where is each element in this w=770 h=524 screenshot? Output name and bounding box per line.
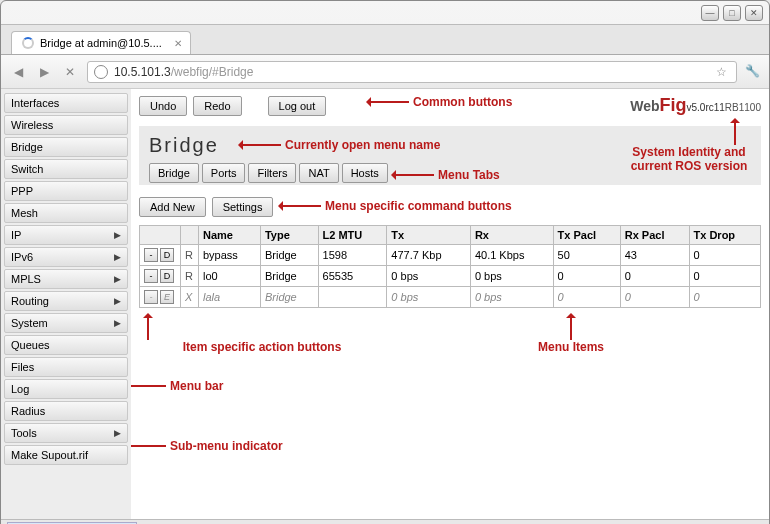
sidebar-item-interfaces[interactable]: Interfaces <box>4 93 128 113</box>
undo-button[interactable]: Undo <box>139 96 187 116</box>
sidebar-item-ipv6[interactable]: IPv6▶ <box>4 247 128 267</box>
sidebar-item-system[interactable]: System▶ <box>4 313 128 333</box>
col-header[interactable] <box>181 226 199 245</box>
ann-item-buttons: Item specific action buttons <box>142 314 382 354</box>
redo-button[interactable]: Redo <box>193 96 241 116</box>
row-flag: X <box>181 287 199 308</box>
row-flag: R <box>181 266 199 287</box>
back-icon[interactable]: ◀ <box>9 63 27 81</box>
page-title: Bridge <box>149 134 753 157</box>
sidebar-item-routing[interactable]: Routing▶ <box>4 291 128 311</box>
table-row[interactable]: -EXlalaBridge0 bps0 bps000 <box>140 287 761 308</box>
cell-txp: 50 <box>553 245 620 266</box>
ann-submenu: Sub-menu indicator <box>131 439 283 453</box>
sidebar-item-tools[interactable]: Tools▶ <box>4 423 128 443</box>
sidebar-item-label: Routing <box>11 295 49 307</box>
col-header[interactable]: Tx <box>387 226 471 245</box>
sidebar-item-label: Log <box>11 383 29 395</box>
chevron-right-icon: ▶ <box>114 428 121 438</box>
logo-version: v5.0rc11 <box>687 102 725 113</box>
cell-rx: 0 bps <box>470 287 553 308</box>
cell-name: bypass <box>199 245 261 266</box>
url-input[interactable]: 10.5.101.3/webfig/#Bridge ☆ <box>87 61 737 83</box>
row-flag: R <box>181 245 199 266</box>
row-action-button[interactable]: D <box>160 248 174 262</box>
sidebar-item-ip[interactable]: IP▶ <box>4 225 128 245</box>
sidebar-item-mpls[interactable]: MPLS▶ <box>4 269 128 289</box>
window-minimize-button[interactable]: — <box>701 5 719 21</box>
window-close-button[interactable]: ✕ <box>745 5 763 21</box>
cell-type: Bridge <box>260 287 318 308</box>
forward-icon[interactable]: ▶ <box>35 63 53 81</box>
sidebar-item-files[interactable]: Files <box>4 357 128 377</box>
tab-filters[interactable]: Filters <box>248 163 296 183</box>
sidebar-item-label: Queues <box>11 339 50 351</box>
sidebar-item-label: PPP <box>11 185 33 197</box>
sidebar-item-label: Make Supout.rif <box>11 449 88 461</box>
sidebar-item-radius[interactable]: Radius <box>4 401 128 421</box>
cell-rx: 0 bps <box>470 266 553 287</box>
ann-menu-items: Menu Items <box>501 314 641 354</box>
sidebar-item-label: Files <box>11 361 34 373</box>
row-action-button[interactable]: - <box>144 290 158 304</box>
col-header[interactable]: L2 MTU <box>318 226 387 245</box>
sidebar-item-mesh[interactable]: Mesh <box>4 203 128 223</box>
cell-l2mtu: 1598 <box>318 245 387 266</box>
tab-nat[interactable]: NAT <box>299 163 338 183</box>
sidebar-item-label: Interfaces <box>11 97 59 109</box>
settings-button[interactable]: Settings <box>212 197 274 217</box>
sidebar-item-label: IPv6 <box>11 251 33 263</box>
sidebar-item-make-supout.rif[interactable]: Make Supout.rif <box>4 445 128 465</box>
sidebar-item-label: MPLS <box>11 273 41 285</box>
chevron-right-icon: ▶ <box>114 296 121 306</box>
logo-board: RB1100 <box>725 102 761 113</box>
col-header[interactable]: Type <box>260 226 318 245</box>
sidebar-item-label: Bridge <box>11 141 43 153</box>
col-header[interactable]: Rx Pacl <box>620 226 689 245</box>
sidebar-item-label: System <box>11 317 48 329</box>
tab-close-icon[interactable]: ✕ <box>174 38 182 49</box>
browser-tab[interactable]: Bridge at admin@10.5.... ✕ <box>11 31 191 54</box>
menu-tabs: BridgePortsFiltersNATHosts <box>149 163 753 183</box>
logo-fig: Fig <box>660 95 687 115</box>
row-action-button[interactable]: D <box>160 269 174 283</box>
url-host: 10.5.101.3 <box>114 65 171 79</box>
cell-l2mtu: 65535 <box>318 266 387 287</box>
bookmark-star-icon[interactable]: ☆ <box>716 65 730 79</box>
sidebar-item-switch[interactable]: Switch <box>4 159 128 179</box>
chevron-right-icon: ▶ <box>114 274 121 284</box>
chevron-right-icon: ▶ <box>114 252 121 262</box>
col-header[interactable]: Name <box>199 226 261 245</box>
sidebar-item-label: IP <box>11 229 21 241</box>
logo-web: Web <box>630 98 659 114</box>
sidebar-item-wireless[interactable]: Wireless <box>4 115 128 135</box>
cell-rx: 40.1 Kbps <box>470 245 553 266</box>
sidebar-item-ppp[interactable]: PPP <box>4 181 128 201</box>
row-action-button[interactable]: - <box>144 248 158 262</box>
sidebar-item-bridge[interactable]: Bridge <box>4 137 128 157</box>
stop-icon[interactable]: ✕ <box>61 63 79 81</box>
tab-ports[interactable]: Ports <box>202 163 246 183</box>
cell-txd: 0 <box>689 266 760 287</box>
row-action-button[interactable]: - <box>144 269 158 283</box>
tab-bridge[interactable]: Bridge <box>149 163 199 183</box>
cell-tx: 477.7 Kbp <box>387 245 471 266</box>
logout-button[interactable]: Log out <box>268 96 327 116</box>
col-header[interactable]: Tx Pacl <box>553 226 620 245</box>
col-header[interactable]: Tx Drop <box>689 226 760 245</box>
settings-wrench-icon[interactable]: 🔧 <box>745 64 761 80</box>
row-action-button[interactable]: E <box>160 290 174 304</box>
window-maximize-button[interactable]: □ <box>723 5 741 21</box>
tab-hosts[interactable]: Hosts <box>342 163 388 183</box>
sidebar-item-queues[interactable]: Queues <box>4 335 128 355</box>
cell-txd: 0 <box>689 287 760 308</box>
cell-name: lala <box>199 287 261 308</box>
table-row[interactable]: -DRbypassBridge1598477.7 Kbp40.1 Kbps504… <box>140 245 761 266</box>
sidebar-item-log[interactable]: Log <box>4 379 128 399</box>
table-row[interactable]: -DRlo0Bridge655350 bps0 bps000 <box>140 266 761 287</box>
col-header[interactable]: Rx <box>470 226 553 245</box>
sidebar-item-label: Mesh <box>11 207 38 219</box>
col-header[interactable] <box>140 226 181 245</box>
globe-icon <box>94 65 108 79</box>
add-new-button[interactable]: Add New <box>139 197 206 217</box>
